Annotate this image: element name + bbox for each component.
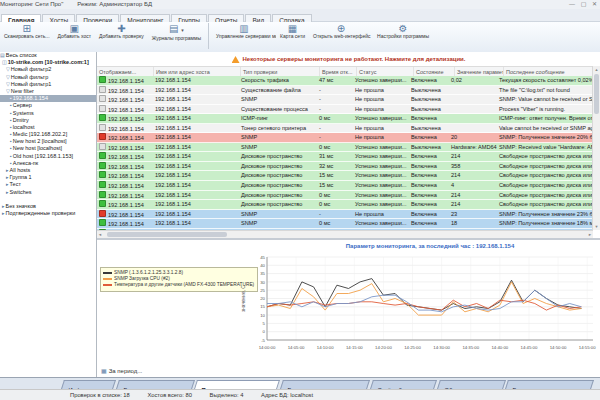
cell-state: Включена xyxy=(409,200,449,209)
sidebar-item[interactable]: ▸Группа 1 xyxy=(0,174,96,181)
sidebar-item-label: Группа 1 xyxy=(10,174,32,180)
host-icon: ▪ xyxy=(10,102,12,108)
check-status-icon xyxy=(99,191,106,198)
table-row[interactable]: 192.168.1.154192.168.1.154Дисковое прост… xyxy=(97,181,593,191)
cell-host-address: 192.168.1.154 xyxy=(153,95,239,104)
toolbar-button-logs[interactable]: ▤ ▾Журналы программы xyxy=(148,22,205,51)
vertical-scrollbar[interactable]: ▲ ▼ xyxy=(592,66,600,230)
toolbar-button-label: Карта сети xyxy=(280,34,305,40)
toolbar-separator xyxy=(208,23,209,49)
sidebar-item[interactable]: ▸Тест xyxy=(0,181,96,188)
folder-icon: ▸ xyxy=(6,189,9,195)
sidebar-item-label: Новый фильтр2 xyxy=(11,66,51,72)
chart-panel: Параметр мониторинга, за последний час :… xyxy=(97,238,600,377)
sidebar-item[interactable]: ▽Новый фильтр1 xyxy=(0,81,96,88)
table-row[interactable]: 192.168.1.154192.168.1.154Дисковое прост… xyxy=(97,171,593,181)
toolbar-button-monitoring-servers[interactable]: ▥Управление серверами мониторинга xyxy=(212,22,276,51)
check-status-icon xyxy=(99,105,106,112)
folder-icon: ▸ xyxy=(2,210,5,216)
table-row[interactable]: 192.168.1.154192.168.1.154Дисковое прост… xyxy=(97,152,593,162)
period-button[interactable]: ▦За период... xyxy=(101,367,142,374)
cell-parameter-value: 20 xyxy=(449,133,497,142)
table-row[interactable]: 192.168.1.154192.168.1.154Дисковое прост… xyxy=(97,200,593,210)
cell-display-name: 192.168.1.154 xyxy=(97,86,153,95)
table-row[interactable]: 192.168.1.154192.168.1.154SNMP-Не прошла… xyxy=(97,210,593,220)
cell-parameter-value: 214 xyxy=(449,191,497,200)
toolbar-button-globe[interactable]: ⊕Открыть web-интерфейс xyxy=(309,22,373,51)
cell-status: Успешно заверши... xyxy=(353,171,409,180)
sidebar-item[interactable]: ▪Dmitry xyxy=(0,117,96,124)
sidebar-item[interactable]: ▪Old host [192.168.1.153] xyxy=(0,153,96,160)
cell-check-type: SNMP xyxy=(239,219,317,228)
warning-bar[interactable]: Некоторые серверы мониторинга не работаю… xyxy=(97,52,600,66)
cell-parameter-value: 0,02 xyxy=(449,76,497,85)
svg-text:-5: -5 xyxy=(261,338,265,343)
sidebar-item-label: localhost xyxy=(13,124,35,130)
sidebar-item[interactable]: ▪Systems xyxy=(0,110,96,117)
scroll-right-icon[interactable]: ► xyxy=(588,232,592,237)
cell-check-type: SNMP xyxy=(239,143,317,152)
cell-parameter-value xyxy=(449,105,497,114)
sidebar-item[interactable]: ▪localhost xyxy=(0,124,96,131)
cell-host-address: 192.168.1.154 xyxy=(153,143,239,152)
cell-status: Успешно заверши... xyxy=(353,219,409,228)
table-row[interactable]: 192.168.1.154192.168.1.154ICMP-пинг0 мсУ… xyxy=(97,114,593,124)
cell-display-name: 192.168.1.154 xyxy=(97,76,153,85)
toolbar-button-add-check[interactable]: ✚Добавить проверку xyxy=(95,22,148,51)
close-button[interactable]: ✕ xyxy=(592,1,597,7)
sidebar-item[interactable]: ▪Алекса-пк xyxy=(0,160,96,167)
toolbar-button-add-host[interactable]: ▣Добавить хост xyxy=(54,22,96,51)
hscroll-thumb[interactable] xyxy=(107,232,227,237)
sidebar-item[interactable]: ▤Весь список xyxy=(0,52,96,59)
table-row[interactable]: 192.168.1.154192.168.1.154Дисковое прост… xyxy=(97,191,593,201)
cell-status: Успешно заверши... xyxy=(353,162,409,171)
sidebar-item[interactable]: ▸Без значков xyxy=(0,203,96,210)
cell-check-type: Дисковое пространство xyxy=(239,162,317,171)
cell-last-message: Свободное пространство диска или папки "… xyxy=(497,152,593,161)
table-row[interactable]: 192.168.1.154192.168.1.154SNMP-Не прошла… xyxy=(97,133,593,143)
cell-status: Успешно заверши... xyxy=(353,191,409,200)
table-row[interactable]: 192.168.1.154192.168.1.154Скорость трафи… xyxy=(97,76,593,86)
table-row[interactable]: 192.168.1.154192.168.1.154Тонер сетевого… xyxy=(97,124,593,134)
sidebar-item[interactable]: ▽Новый фильтр2 xyxy=(0,66,96,73)
chevron-down-icon[interactable]: ▾ xyxy=(181,27,184,33)
scroll-left-icon[interactable]: ◄ xyxy=(98,232,102,237)
checks-table: 192.168.1.154192.168.1.154Скорость трафи… xyxy=(97,76,593,230)
cell-state: Выключена xyxy=(409,105,449,114)
svg-text:14:00:00: 14:00:00 xyxy=(259,345,276,350)
sidebar-item[interactable]: ▽Новый фильтр xyxy=(0,74,96,81)
cell-response-time: 47 мс xyxy=(317,76,353,85)
sidebar-item[interactable]: ▽New filter xyxy=(0,88,96,95)
sidebar-item[interactable]: ▸Switches xyxy=(0,189,96,196)
maximize-button[interactable]: ▢ xyxy=(581,1,587,7)
table-row[interactable]: 192.168.1.154192.168.1.154Существование … xyxy=(97,86,593,96)
table-row[interactable]: 192.168.1.154192.168.1.154SNMP-Не прошла… xyxy=(97,95,593,105)
warning-icon xyxy=(232,56,240,63)
sidebar-item[interactable]: ▪192.168.1.154 xyxy=(0,95,96,102)
sidebar-item[interactable]: ▸All hosts xyxy=(0,167,96,174)
cell-host-address: 192.168.1.154 xyxy=(153,191,239,200)
vscroll-thumb[interactable] xyxy=(594,74,599,114)
sidebar-item[interactable]: ▸Подтвержденные проверки xyxy=(0,210,96,217)
sidebar-item[interactable]: ▪Сервер xyxy=(0,102,96,109)
table-row[interactable]: 192.168.1.154192.168.1.154SNMP0 мсУспешн… xyxy=(97,143,593,153)
toolbar-button-network-map[interactable]: ▦Карта сети xyxy=(276,22,309,51)
sidebar-item[interactable]: ◫10-strike.com [10-strike.com:1] xyxy=(0,59,96,66)
scroll-up-icon[interactable]: ▲ xyxy=(593,67,600,72)
table-row[interactable]: 192.168.1.154192.168.1.154Дисковое прост… xyxy=(97,162,593,172)
cell-display-name: 192.168.1.154 xyxy=(97,200,153,209)
svg-text:5: 5 xyxy=(263,321,266,326)
sidebar-item[interactable]: ▪New host [localhost] xyxy=(0,145,96,152)
table-row[interactable]: 192.168.1.154192.168.1.154Существование … xyxy=(97,105,593,115)
cell-check-type: Дисковое пространство xyxy=(239,200,317,209)
sidebar-item-label: Алекса-пк xyxy=(13,160,38,166)
scroll-down-icon[interactable]: ▼ xyxy=(593,224,600,229)
sidebar-item[interactable]: ▪Medic [192.168.202.2] xyxy=(0,131,96,138)
sidebar-item[interactable]: ▪New host 2 [localhost] xyxy=(0,138,96,145)
check-status-icon xyxy=(99,219,106,226)
svg-text:14:05:00: 14:05:00 xyxy=(288,345,305,350)
toolbar-button-scan-network[interactable]: ⊞Сканировать сеть... xyxy=(0,22,54,51)
toolbar-button-gear[interactable]: ⚙Настройки программы xyxy=(373,22,433,51)
minimize-button[interactable]: — xyxy=(569,1,575,7)
table-row[interactable]: 192.168.1.154192.168.1.154SNMP0 мсУспешн… xyxy=(97,219,593,229)
